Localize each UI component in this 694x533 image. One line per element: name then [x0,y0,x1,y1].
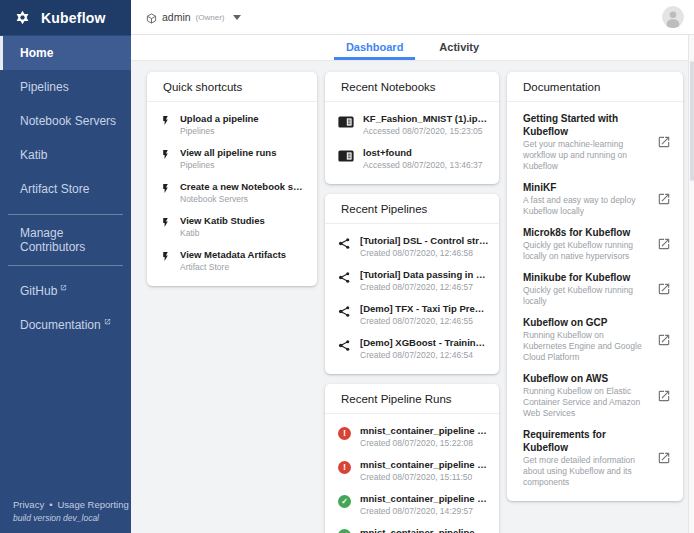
recent-pipelines-card: Recent Pipelines [Tutorial] DSL - Contro… [325,194,499,374]
pipeline-icon [338,271,351,284]
shortcut-create-notebook-server[interactable]: Create a new Notebook serverNotebook Ser… [147,176,317,210]
open-in-new-icon [657,282,671,296]
doc-desc: Running Kubeflow on Kubernetes Engine an… [523,330,649,363]
quick-shortcuts-card: Quick shortcuts Upload a pipelinePipelin… [147,72,317,286]
card-title: Recent Pipeline Runs [325,384,499,414]
sidebar-item-artifact-store[interactable]: Artifact Store [0,172,131,206]
notebook-item[interactable]: lost+foundAccessed 08/07/2020, 13:46:37 [325,142,499,176]
shortcut-label: View all pipeline runs [180,147,307,159]
sidebar-item-manage-contributors[interactable]: Manage Contributors [0,223,131,257]
run-name: mnist_container_pipeline run [360,527,489,533]
topbar: Kubeflow admin (Owner) [0,0,694,35]
shortcut-upload-pipeline[interactable]: Upload a pipelinePipelines [147,108,317,142]
pipeline-name: [Tutorial] DSL - Control structures [360,235,489,247]
privacy-link[interactable]: Privacy [13,499,44,510]
shortcut-sub: Notebook Servers [180,194,307,205]
namespace-selector[interactable]: admin (Owner) [146,11,241,24]
bolt-icon [160,251,171,262]
bolt-icon [160,115,171,126]
tab-label: Dashboard [346,41,403,53]
sidebar-item-home[interactable]: Home [0,36,131,70]
pipeline-item[interactable]: [Tutorial] Data passing in python comp..… [325,264,499,298]
run-name: mnist_container_pipeline run [360,425,489,437]
pipeline-run-item[interactable]: mnist_container_pipeline runCreated 08/0… [325,488,499,522]
doc-desc: Get more detailed information about usin… [523,455,649,488]
pipeline-name: [Demo] XGBoost - Training with Confusi..… [360,337,489,349]
pipeline-meta: Created 08/07/2020, 12:46:55 [360,316,489,327]
pipeline-run-item[interactable]: mnist_container_pipeline runCreated 08/0… [325,420,499,454]
doc-desc: Quickly get Kubeflow running locally on … [523,240,649,262]
shortcut-label: View Katib Studies [180,215,307,227]
notebook-icon [338,116,354,128]
pipeline-item[interactable]: [Tutorial] DSL - Control structuresCreat… [325,230,499,264]
pipeline-run-item[interactable]: mnist_container_pipeline runCreated 08/0… [325,454,499,488]
run-status-success-icon [338,529,351,533]
open-in-new-icon [657,333,671,347]
pipeline-item[interactable]: [Demo] TFX - Taxi Tip Prediction Model .… [325,298,499,332]
main-area: Dashboard Activity Quick shortcuts Uploa… [131,35,694,533]
namespace-name: admin [162,11,191,23]
footer-separator: • [49,499,52,510]
run-status-success-icon [338,495,351,508]
kubeflow-brand[interactable]: Kubeflow [0,0,131,35]
sidebar-item-label: Katib [20,148,47,162]
shortcut-view-pipeline-runs[interactable]: View all pipeline runsPipelines [147,142,317,176]
open-in-new-icon [657,389,671,403]
usage-reporting-link[interactable]: Usage Reporting [57,499,128,510]
bolt-icon [160,217,171,228]
doc-link-minikf[interactable]: MiniKFA fast and easy way to deploy Kube… [507,177,683,222]
doc-link-kubeflow-aws[interactable]: Kubeflow on AWSRunning Kubeflow on Elast… [507,368,683,424]
open-in-new-icon [657,451,671,465]
notebook-icon [338,150,354,162]
scrollbar-thumb[interactable] [690,61,694,181]
run-meta: Created 08/07/2020, 14:29:57 [360,506,489,517]
tab-label: Activity [439,41,479,53]
recent-notebooks-card: Recent Notebooks KF_Fashion_MNIST (1).ip… [325,72,499,184]
bolt-icon [160,149,171,160]
open-in-new-icon [657,192,671,206]
sidebar-item-katib[interactable]: Katib [0,138,131,172]
sidebar-divider [8,265,123,266]
open-in-new-icon [657,237,671,251]
pipeline-item[interactable]: [Demo] XGBoost - Training with Confusi..… [325,332,499,366]
doc-desc: Running Kubeflow on Elastic Container Se… [523,386,649,419]
run-name: mnist_container_pipeline run [360,493,489,505]
notebook-name: KF_Fashion_MNIST (1).ipynb [363,113,489,125]
doc-link-kubeflow-gcp[interactable]: Kubeflow on GCPRunning Kubeflow on Kuber… [507,312,683,368]
pipeline-run-item[interactable]: mnist_container_pipeline runCreated 08/0… [325,522,499,533]
run-status-error-icon [338,427,351,440]
sidebar-item-label: Home [20,46,53,60]
shortcut-view-katib-studies[interactable]: View Katib StudiesKatib [147,210,317,244]
shortcut-sub: Pipelines [180,126,307,137]
doc-title: Getting Started with Kubeflow [523,112,649,138]
chevron-down-icon [233,15,241,20]
external-link-icon [104,318,111,325]
sidebar-item-documentation[interactable]: Documentation [0,308,131,342]
shortcut-view-metadata-artifacts[interactable]: View Metadata ArtifactsArtifact Store [147,244,317,278]
shortcut-label: View Metadata Artifacts [180,249,307,261]
dashboard-content: Quick shortcuts Upload a pipelinePipelin… [131,61,694,533]
doc-link-microk8s[interactable]: Microk8s for KubeflowQuickly get Kubeflo… [507,222,683,267]
doc-desc: A fast and easy way to deploy Kubeflow l… [523,195,649,217]
pipeline-name: [Demo] TFX - Taxi Tip Prediction Model .… [360,303,489,315]
page-scrollbar[interactable] [688,35,694,533]
recent-pipeline-runs-card: Recent Pipeline Runs mnist_container_pip… [325,384,499,533]
sidebar-item-pipelines[interactable]: Pipelines [0,70,131,104]
shortcut-sub: Pipelines [180,160,307,171]
doc-link-getting-started[interactable]: Getting Started with KubeflowGet your ma… [507,108,683,177]
avatar[interactable] [662,6,684,28]
doc-link-minikube[interactable]: Minikube for KubeflowQuickly get Kubeflo… [507,267,683,312]
shortcut-sub: Artifact Store [180,262,307,273]
pipeline-icon [338,237,351,250]
sidebar-item-github[interactable]: GitHub [0,274,131,308]
pipeline-name: [Tutorial] Data passing in python comp..… [360,269,489,281]
tab-dashboard[interactable]: Dashboard [328,35,421,60]
doc-desc: Get your machine-learning workflow up an… [523,139,649,172]
notebook-item[interactable]: KF_Fashion_MNIST (1).ipynbAccessed 08/07… [325,108,499,142]
tab-activity[interactable]: Activity [421,35,497,60]
topbar-main: admin (Owner) [131,0,694,35]
run-status-error-icon [338,461,351,474]
sidebar-item-notebook-servers[interactable]: Notebook Servers [0,104,131,138]
brand-title: Kubeflow [41,10,106,26]
doc-link-requirements[interactable]: Requirements for KubeflowGet more detail… [507,424,683,493]
